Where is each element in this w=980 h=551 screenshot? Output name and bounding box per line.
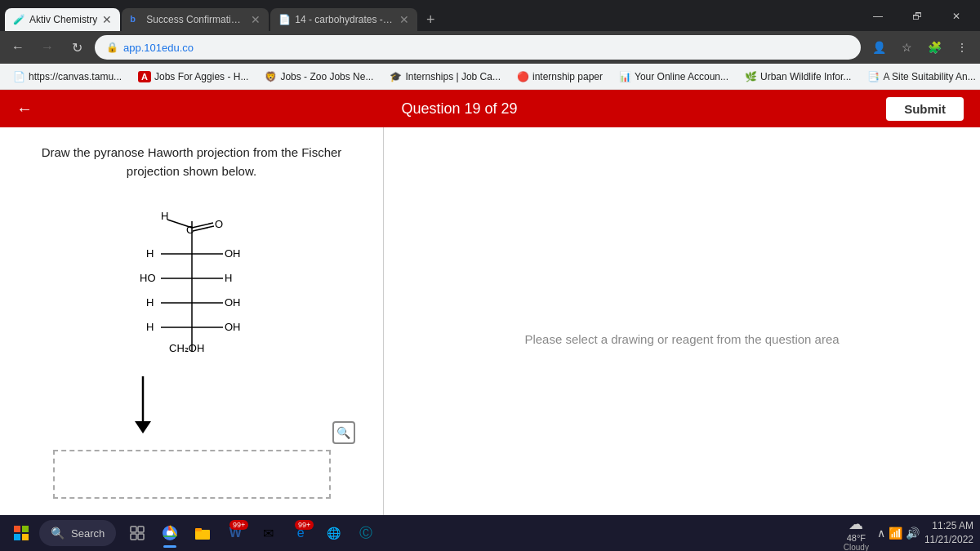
bookmark-jobs-aggies[interactable]: A Jobs For Aggies - H...: [131, 69, 255, 84]
weather-icon: ☁: [849, 515, 863, 533]
browser-chrome: 🧪 Aktiv Chemistry ✕ b Success Confirmati…: [0, 0, 980, 90]
bookmark-urban-wildlife[interactable]: 🌿 Urban Wildlife Infor...: [738, 69, 858, 84]
taskbar-app-taskview[interactable]: [122, 518, 152, 548]
svg-rect-31: [138, 527, 144, 532]
magnify-icon: 🔍: [336, 426, 350, 439]
address-bar: ← → ↻ 🔒 app.101edu.co 👤 ☆ 🧩 ⋮: [0, 31, 980, 64]
edge-badge: 99+: [295, 520, 314, 530]
taskbar-search-text: Search: [71, 527, 105, 540]
star-icon[interactable]: ☆: [895, 36, 918, 59]
clock-time: 11:25 AM: [924, 519, 973, 533]
bookmark-label-wildlife: Urban Wildlife Infor...: [760, 71, 851, 82]
svg-rect-29: [22, 534, 29, 540]
bookmark-label-aggies: Jobs For Aggies - H...: [154, 71, 248, 82]
question-header: ← Question 19 of 29 Submit: [0, 90, 980, 127]
system-tray: ∧ 📶 🔊: [877, 527, 920, 540]
svg-rect-30: [131, 527, 136, 532]
taskbar-center: W 99+ ✉ e 99+ 🌐 Ⓒ: [122, 518, 381, 548]
minimize-button[interactable]: —: [859, 5, 897, 28]
svg-text:O: O: [215, 218, 223, 230]
reload-button[interactable]: ↻: [65, 36, 88, 59]
menu-icon[interactable]: ⋮: [951, 36, 973, 59]
back-button[interactable]: ←: [16, 100, 33, 118]
down-arrow-svg: [127, 372, 159, 438]
bookmark-online-account[interactable]: 📊 Your Online Accoun...: [612, 69, 735, 84]
svg-text:HO: HO: [140, 272, 156, 284]
taskbar-app-bing[interactable]: Ⓒ: [351, 518, 381, 548]
answer-dashed-box[interactable]: [53, 450, 331, 499]
tab-close-1[interactable]: ✕: [102, 13, 112, 26]
bookmark-canvas[interactable]: 📄 https://canvas.tamu...: [7, 69, 128, 84]
tab-success-confirmation[interactable]: b Success Confirmation of Questio ✕: [122, 8, 269, 31]
wifi-icon: 📶: [889, 527, 902, 540]
taskbar-app-mail[interactable]: ✉: [253, 518, 283, 548]
back-nav-button[interactable]: ←: [7, 36, 29, 59]
word-badge: 99+: [229, 520, 248, 530]
tab-title-3: 14 - carbohydrates - notes.pdf: 2: [295, 14, 394, 25]
question-text-line2: projection shown below.: [127, 164, 256, 178]
bookmark-label-internships: Internships | Job Ca...: [405, 71, 501, 82]
extension-icon[interactable]: 🧩: [923, 36, 946, 59]
svg-text:H: H: [161, 210, 168, 222]
maximize-button[interactable]: 🗗: [898, 5, 936, 28]
taskbar-right: ☁ 48°F Cloudy ∧ 📶 🔊 11:25 AM 11/21/2022: [844, 515, 973, 552]
bookmark-label-paper: internship paper: [532, 71, 603, 82]
tab-close-2[interactable]: ✕: [251, 13, 261, 26]
right-panel-placeholder: Please select a drawing or reagent from …: [524, 332, 839, 346]
tab-close-3[interactable]: ✕: [399, 13, 409, 26]
tab-aktiv-chemistry[interactable]: 🧪 Aktiv Chemistry ✕: [5, 8, 120, 31]
file-explorer-icon: [194, 526, 211, 540]
taskbar-app-edge[interactable]: e 99+: [286, 518, 315, 548]
bing-icon: Ⓒ: [359, 525, 372, 542]
clock-date: 11/21/2022: [924, 533, 973, 547]
bookmark-icon-internships: 🎓: [390, 71, 402, 82]
close-button[interactable]: ✕: [938, 5, 975, 28]
question-text: Draw the pyranose Haworth projection fro…: [16, 144, 367, 180]
chrome2-icon: 🌐: [327, 527, 341, 540]
submit-button[interactable]: Submit: [886, 97, 964, 121]
new-tab-button[interactable]: +: [419, 8, 442, 31]
fischer-projection: H O C H OH HO H: [16, 205, 367, 499]
svg-text:C: C: [186, 224, 194, 236]
right-panel: Please select a drawing or reagent from …: [384, 127, 980, 551]
svg-rect-27: [22, 526, 29, 532]
bookmark-icon-wildlife: 🌿: [745, 71, 757, 82]
forward-nav-button[interactable]: →: [36, 36, 59, 59]
chrome-icon: [162, 525, 178, 541]
bookmark-icon-paper: 🔴: [517, 71, 529, 82]
magnify-button-container: 🔍: [332, 421, 355, 444]
bookmark-icon-account: 📊: [619, 71, 631, 82]
svg-rect-33: [138, 534, 144, 540]
task-view-icon: [130, 526, 145, 540]
bookmark-site-suitability[interactable]: 📑 A Site Suitability An...: [861, 69, 980, 84]
taskbar-app-chrome[interactable]: [155, 518, 185, 548]
bookmark-zoo-jobs[interactable]: 🦁 Jobs - Zoo Jobs Ne...: [258, 69, 380, 84]
taskbar-app-chrome2[interactable]: 🌐: [318, 518, 348, 548]
profile-icon[interactable]: 👤: [867, 36, 890, 59]
taskbar-search-bar[interactable]: 🔍 Search: [39, 520, 116, 546]
svg-rect-28: [14, 534, 20, 540]
url-bar[interactable]: 🔒 app.101edu.co: [95, 35, 861, 60]
svg-rect-37: [195, 528, 202, 531]
chevron-up-icon[interactable]: ∧: [877, 527, 885, 540]
svg-text:OH: OH: [225, 247, 241, 260]
app-content: ← Question 19 of 29 Submit Draw the pyra…: [0, 90, 980, 551]
taskbar-app-explorer[interactable]: [188, 518, 217, 548]
start-button[interactable]: [7, 518, 36, 548]
volume-icon: 🔊: [906, 527, 920, 540]
taskbar: 🔍 Search: [0, 515, 980, 551]
bookmark-internships[interactable]: 🎓 Internships | Job Ca...: [383, 69, 507, 84]
tab-favicon-1: 🧪: [13, 14, 24, 25]
main-content: Draw the pyranose Haworth projection fro…: [0, 127, 980, 551]
weather-desc: Cloudy: [844, 543, 869, 552]
bookmark-internship-paper[interactable]: 🔴 internship paper: [510, 69, 609, 84]
magnify-button[interactable]: 🔍: [332, 421, 355, 444]
svg-text:H: H: [146, 247, 154, 260]
reaction-arrow-container: [110, 372, 274, 438]
fischer-svg: H O C H OH HO H: [110, 205, 274, 368]
svg-text:H: H: [225, 272, 232, 284]
question-title: Question 19 of 29: [402, 100, 518, 118]
tab-carbohydrates-pdf[interactable]: 📄 14 - carbohydrates - notes.pdf: 2 ✕: [270, 8, 417, 31]
taskbar-app-word[interactable]: W 99+: [220, 518, 250, 548]
lock-icon: 🔒: [106, 42, 118, 53]
